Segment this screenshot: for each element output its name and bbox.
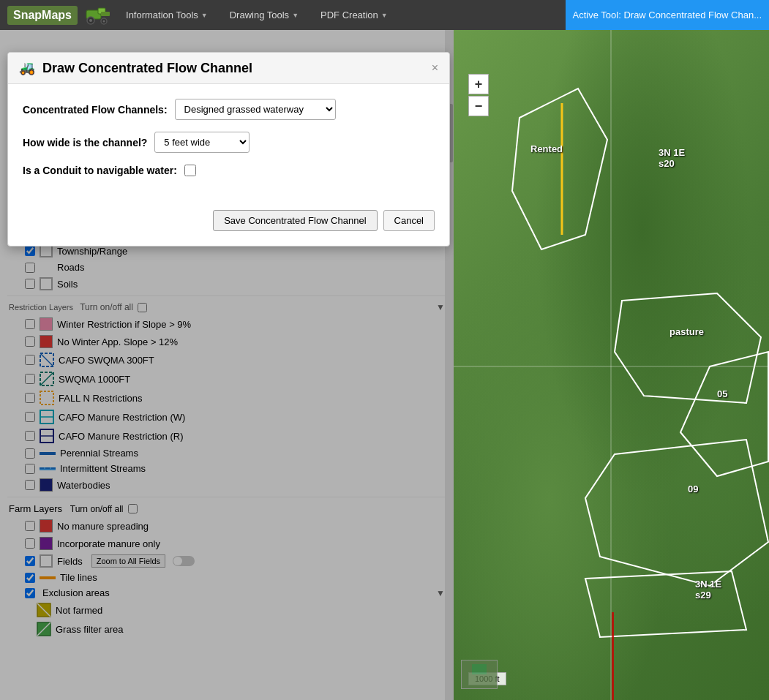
dialog-body: Concentrated Flow Channels: Designed gra… [8, 84, 449, 203]
width-label: How wide is the channel? [23, 137, 147, 148]
conduit-row: Is a Conduit to navigable water: [23, 165, 435, 176]
red-line [612, 612, 614, 700]
svg-point-2 [89, 19, 92, 22]
svg-point-4 [103, 20, 105, 22]
active-tool-banner: Active Tool: Draw Concentrated Flow Chan… [566, 0, 769, 30]
flow-channel-label: Concentrated Flow Channels: [23, 104, 168, 116]
nav-pdf-creation[interactable]: PDF Creation ▼ [313, 5, 395, 25]
flow-channel-select[interactable]: Designed grassed waterway Grassed waterw… [175, 99, 336, 120]
map-svg-overlay [454, 30, 769, 700]
navbar: SnapMaps Information Tools ▼ Drawing Too… [0, 0, 769, 30]
thumbnail-map [461, 660, 498, 689]
svg-marker-21 [512, 89, 607, 249]
svg-marker-26 [585, 571, 746, 637]
nav-drawing-tools[interactable]: Drawing Tools ▼ [222, 5, 306, 25]
dialog-header: 🚜 Draw Concentrated Flow Channel × [8, 53, 449, 84]
field-label-pasture: pasture [669, 326, 704, 337]
conduit-label: Is a Conduit to navigable water: [23, 165, 177, 176]
flow-channel-row: Concentrated Flow Channels: Designed gra… [23, 99, 435, 120]
svg-marker-23 [615, 293, 761, 403]
close-button[interactable]: × [432, 61, 438, 75]
main-layout: 🚜 Draw Concentrated Flow Channel × Conce… [0, 30, 769, 700]
width-select[interactable]: 5 feet wide 10 feet wide 15 feet wide 20… [154, 132, 250, 153]
cancel-button[interactable]: Cancel [383, 210, 435, 231]
sidebar: 🚜 Draw Concentrated Flow Channel × Conce… [0, 30, 454, 700]
field-label-3n1e-s29: 3N 1Es29 [695, 579, 721, 601]
thumbnail-fields [472, 664, 487, 674]
zoom-in-button[interactable]: + [468, 74, 489, 94]
width-row: How wide is the channel? 5 feet wide 10 … [23, 132, 435, 153]
chevron-down-icon: ▼ [381, 12, 388, 19]
svg-marker-25 [585, 440, 768, 586]
draw-flow-channel-dialog: 🚜 Draw Concentrated Flow Channel × Conce… [7, 52, 450, 246]
dialog-title: 🚜 Draw Concentrated Flow Channel [19, 60, 252, 76]
svg-rect-6 [101, 12, 110, 16]
svg-marker-24 [680, 352, 768, 476]
conduit-checkbox[interactable] [184, 165, 196, 176]
field-label-3n1e-s20: 3N 1Es20 [659, 147, 685, 169]
dialog-title-icon: 🚜 [19, 60, 35, 76]
chevron-down-icon: ▼ [292, 12, 299, 19]
map-background: Rented 3N 1Es20 pasture 05 09 3N 1Es29 [454, 30, 769, 700]
zoom-out-button[interactable]: − [468, 96, 489, 116]
nav-information-tools[interactable]: Information Tools ▼ [119, 5, 215, 25]
dialog-footer: Save Concentrated Flow Channel Cancel [8, 203, 449, 246]
map-controls: + − [468, 74, 489, 116]
field-label-rented: Rented [530, 143, 563, 154]
map-area[interactable]: Rented 3N 1Es20 pasture 05 09 3N 1Es29 +… [454, 30, 769, 700]
field-label-09: 09 [688, 483, 698, 494]
chevron-down-icon: ▼ [201, 12, 208, 19]
tractor-icon [85, 4, 111, 26]
brand-logo[interactable]: SnapMaps [7, 6, 78, 25]
field-label-05: 05 [717, 388, 727, 399]
save-button[interactable]: Save Concentrated Flow Channel [213, 210, 377, 231]
